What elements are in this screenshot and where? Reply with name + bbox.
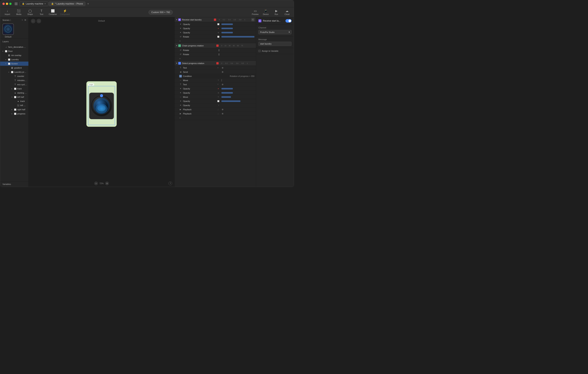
action-opacity-3[interactable]: ✦ Opacity ⊗ bbox=[175, 31, 256, 35]
target-send bbox=[217, 71, 219, 73]
action-rotate-chain-2[interactable]: ↺ Rotate ▐ bbox=[175, 52, 256, 56]
layers-list[interactable]: ♩hero_decorative-celebration-03▾⬜Door🖼ri… bbox=[0, 44, 28, 181]
layer-toggle[interactable]: ▸ bbox=[11, 87, 13, 90]
zoom-out-button[interactable]: − bbox=[94, 182, 98, 185]
assign-checkbox[interactable] bbox=[258, 50, 261, 52]
scene-default[interactable]: Default bbox=[2, 23, 14, 38]
add-action-receive[interactable]: + bbox=[175, 39, 256, 43]
home-icon[interactable]: ⌂ bbox=[15, 2, 18, 5]
scenes-add-icon[interactable]: + bbox=[22, 19, 23, 21]
group-expand-chain[interactable]: ▾ bbox=[176, 44, 177, 47]
layer-item[interactable]: ♩hero_decorative-celebration-03 bbox=[0, 45, 28, 49]
target-x-1: ⊗ bbox=[217, 32, 220, 34]
component-button[interactable]: ⚡ Component bbox=[60, 9, 70, 15]
target-square-3: ⬜ bbox=[217, 100, 220, 102]
action-opacity-2[interactable]: ✦ Opacity ● bbox=[175, 26, 256, 31]
layer-toggle[interactable]: ▾ bbox=[5, 63, 7, 65]
layer-item[interactable]: ▾⬜Screen bbox=[0, 62, 28, 66]
layer-toggle[interactable]: ▾ bbox=[11, 96, 13, 98]
action-move-2[interactable]: ↔ Move T bbox=[175, 95, 256, 99]
layer-item[interactable]: Tcounter bbox=[0, 74, 28, 78]
import-button[interactable]: ↓ Import bbox=[3, 9, 11, 15]
canvas-size-button[interactable]: Custom 500 × 760 bbox=[148, 10, 173, 15]
help-button[interactable]: ? bbox=[168, 182, 172, 185]
canvas-back-button[interactable]: ← bbox=[31, 19, 35, 23]
layer-toggle[interactable]: ▸ bbox=[11, 113, 13, 115]
toggle-switch[interactable] bbox=[285, 19, 292, 22]
add-action-detect[interactable]: + bbox=[175, 116, 256, 120]
layer-item[interactable]: Tminutes left bbox=[0, 78, 28, 82]
channel-select[interactable]: ProtoPie Studio ▾ bbox=[258, 30, 292, 34]
group-header-chain[interactable]: ▾ ↔ Chain progress.rotation 01530456075 bbox=[175, 43, 256, 48]
tab-add-button[interactable]: + bbox=[86, 1, 90, 6]
text-button[interactable]: T Text bbox=[37, 9, 46, 15]
add-action-chain[interactable]: + bbox=[175, 56, 256, 61]
layer-item[interactable]: 🖼rim overlay bbox=[0, 53, 28, 57]
group-header-receive[interactable]: ▾ ▶ Receive start laundry 00.20.40.60.81… bbox=[175, 17, 256, 22]
action-text-1[interactable]: T Text T bbox=[175, 66, 256, 70]
group-add-button-receive[interactable]: + bbox=[251, 18, 254, 21]
layer-item[interactable]: ⬛left mask bbox=[0, 103, 28, 107]
layer-toggle[interactable]: ▸ bbox=[5, 58, 7, 61]
media-button[interactable]: ⬛ Media bbox=[15, 9, 23, 15]
layer-item[interactable]: ▾⬜Door bbox=[0, 49, 28, 53]
action-move-1[interactable]: ↔ Move T bbox=[175, 78, 256, 82]
dot-playback2 bbox=[222, 113, 223, 114]
layer-toggle[interactable]: ▸ bbox=[8, 71, 10, 73]
layer-item[interactable]: ·●track bbox=[0, 99, 28, 103]
maximize-button[interactable] bbox=[9, 3, 11, 5]
phone-body: Hi, how can I help? bbox=[87, 82, 116, 127]
layer-item[interactable]: ▸⬜right half bbox=[0, 107, 28, 112]
import-label: Import bbox=[5, 13, 10, 15]
close-button[interactable] bbox=[2, 3, 5, 5]
group-header-detect[interactable]: ▾ ⬦ Detect progress.rotation 00.20.40.60… bbox=[175, 61, 256, 66]
layer-item[interactable]: ▸⬜progress bbox=[0, 112, 28, 116]
layer-item[interactable]: ▾⬜left half bbox=[0, 95, 28, 99]
timeline-scroll[interactable]: ▾ ▶ Receive start laundry 00.20.40.60.81… bbox=[175, 17, 256, 187]
layer-item[interactable]: ●starting point bbox=[0, 91, 28, 95]
zoom-in-button[interactable]: + bbox=[105, 182, 109, 185]
layer-toggle-empty bbox=[11, 75, 13, 77]
target-move1: T bbox=[217, 79, 220, 82]
action-opacity-detect-2[interactable]: ✦ Opacity ⊗ bbox=[175, 91, 256, 95]
action-rotate-1[interactable]: ↺ Rotate ⬜ bbox=[175, 35, 256, 39]
canvas-forward-button[interactable]: → bbox=[37, 19, 41, 23]
run-button[interactable]: ▶ Run bbox=[273, 9, 280, 15]
action-text-2[interactable]: T Text T bbox=[175, 82, 256, 86]
layer-icon: ⬜ bbox=[5, 50, 7, 53]
layer-item[interactable]: 🖼gradient bbox=[0, 66, 28, 70]
action-opacity-1[interactable]: ✦ Opacity ⬜ bbox=[175, 22, 256, 26]
device-button[interactable]: 📱 Device bbox=[262, 9, 270, 15]
tab-laundry-phone[interactable]: 🔒 * Laundry machine – Phone bbox=[49, 1, 85, 6]
shape-button[interactable]: ◯ Shape bbox=[26, 9, 34, 15]
scenes-grid-icon[interactable]: ⊞ bbox=[24, 19, 26, 21]
action-playback-1[interactable]: ▶ Playback ♩ bbox=[175, 107, 256, 112]
action-opacity-detect-3[interactable]: ✦ Opacity ⬜ bbox=[175, 99, 256, 103]
track-opdet3 bbox=[221, 100, 255, 102]
group-expand-icon[interactable]: ▾ bbox=[176, 19, 177, 21]
layer-toggle[interactable]: ▸ bbox=[11, 108, 13, 111]
group-expand-detect[interactable]: ▾ bbox=[176, 62, 177, 64]
container-button[interactable]: ⬜ Container bbox=[49, 9, 57, 15]
track-move1 bbox=[221, 79, 255, 82]
layer-item[interactable]: ▸⬜Laundry progress bbox=[0, 70, 28, 74]
cloud-button[interactable]: ☁ Cloud bbox=[283, 9, 291, 15]
layer-toggle[interactable]: ▾ bbox=[2, 50, 4, 52]
canvas-area[interactable]: ← → Default oogle bbox=[29, 17, 174, 187]
layer-toggle[interactable]: · bbox=[14, 100, 16, 102]
action-playback-2[interactable]: ▶ Playback ♩ bbox=[175, 112, 256, 116]
tab-close-button[interactable]: ✕ bbox=[44, 3, 46, 5]
minimize-button[interactable] bbox=[6, 3, 8, 5]
action-send[interactable]: ◀ Send bbox=[175, 70, 256, 74]
action-opacity-detect-1[interactable]: ✦ Opacity ● bbox=[175, 86, 256, 91]
layer-item[interactable]: Teco cycle 30° bbox=[0, 82, 28, 86]
action-opacity-detect-4[interactable]: ✦ Opacity T bbox=[175, 103, 256, 107]
preview-button[interactable]: ▭ Preview bbox=[251, 9, 259, 15]
assign-checkbox-row[interactable]: Assign to Variable bbox=[258, 50, 292, 52]
action-rotate-chain-1[interactable]: ↺ Rotate ▐ bbox=[175, 48, 256, 52]
layer-item[interactable]: ▸⬜track bbox=[0, 86, 28, 91]
tab-laundry-machine[interactable]: 🔒 Laundry machine ✕ bbox=[20, 1, 48, 6]
message-input[interactable]: start laundry bbox=[258, 42, 292, 46]
layer-name: track bbox=[17, 87, 27, 90]
layer-item[interactable]: ▸⬜Laundry bbox=[0, 57, 28, 62]
